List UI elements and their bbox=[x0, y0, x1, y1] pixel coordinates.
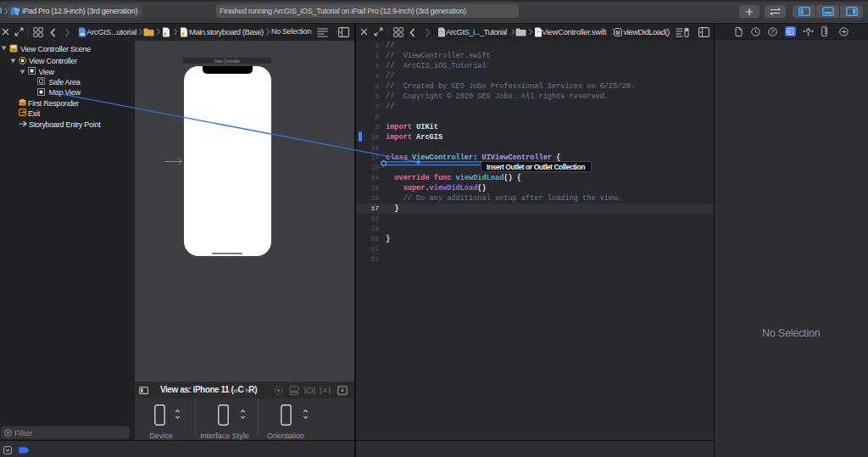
svg-text:A: A bbox=[323, 387, 328, 394]
svg-text:View Controller: View Controller bbox=[214, 59, 241, 64]
svg-text:M: M bbox=[615, 30, 620, 36]
svg-text:?: ? bbox=[771, 29, 775, 35]
